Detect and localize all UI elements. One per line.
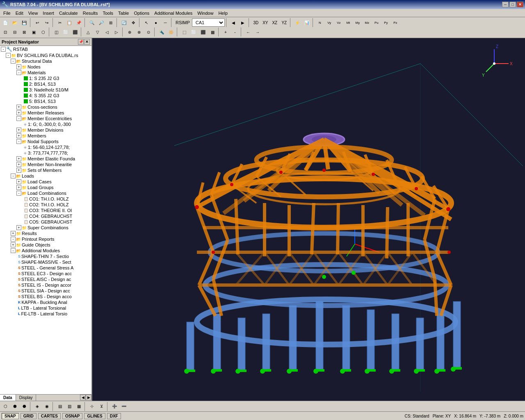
tree-sets-of-members[interactable]: + 📁 Sets of Members — [0, 167, 91, 173]
expand-cross[interactable]: + — [16, 105, 21, 110]
tb-node[interactable]: ● — [151, 18, 160, 27]
tree-member-elastic[interactable]: + 📁 Member Elastic Founda — [0, 156, 91, 162]
tb2-23[interactable]: - — [231, 27, 240, 37]
tree-co4[interactable]: 📋 CO4: GEBRAUCHST — [0, 213, 91, 219]
expand-printout[interactable]: - — [11, 237, 16, 242]
expand-eccentric[interactable]: - — [16, 116, 21, 121]
osnap-button[interactable]: OSNAP — [62, 413, 83, 419]
tree-cross-sections[interactable]: + 📁 Cross-sections — [0, 104, 91, 110]
tree-members[interactable]: + 📁 Members — [0, 133, 91, 139]
tb2-12[interactable]: ▷ — [112, 27, 121, 37]
tb2-2[interactable]: ⊟ — [10, 27, 19, 37]
tree-load-groups[interactable]: + 📁 Load Groups — [0, 185, 91, 190]
tb-zoom-all[interactable]: ⊞ — [106, 18, 115, 27]
tb2-21[interactable]: ▦ — [208, 27, 217, 37]
tree-steel-aisc[interactable]: S STEEL AISC - Design ac — [0, 276, 91, 282]
glines-button[interactable]: GLINES — [84, 413, 105, 419]
tb-prev[interactable]: ◀ — [229, 18, 238, 27]
tb2-25[interactable]: → — [253, 27, 262, 37]
tree-mat-3[interactable]: 3: Nadelholz S10/M — [0, 87, 91, 93]
tree-co3[interactable]: 📋 CO3: THEORIE II. OI — [0, 208, 91, 213]
tb-forces-pz[interactable]: Pz — [391, 18, 400, 27]
menu-results[interactable]: Results — [80, 10, 100, 16]
tree-kappa[interactable]: K KAPPA - Buckling Anal — [0, 299, 91, 305]
expand-nodes[interactable]: + — [16, 64, 21, 69]
btm-tb-8[interactable]: ▦ — [74, 402, 83, 411]
tree-shape-thin[interactable]: S SHAPE-THIN 7 - Sectio — [0, 253, 91, 259]
expand-nonlin[interactable]: + — [16, 162, 21, 167]
btm-tb-7[interactable]: ▥ — [65, 402, 74, 411]
expand-members[interactable]: + — [16, 133, 21, 138]
tb2-22[interactable]: + — [221, 27, 230, 37]
menu-options[interactable]: Options — [131, 10, 152, 16]
nav-back-button[interactable]: ◀ — [80, 395, 86, 400]
tb-zoom-in[interactable]: 🔍 — [87, 18, 96, 27]
tree-printout-reports[interactable]: - 📂 Printout Reports — [0, 236, 91, 242]
tree-mat-1[interactable]: 1: S 235 J2 G3 — [0, 75, 91, 81]
tab-display[interactable]: Display — [16, 395, 37, 401]
tb2-1[interactable]: ⊡ — [1, 27, 10, 37]
tb-forces-vy[interactable]: Vy — [325, 18, 334, 27]
tree-eccentric-1[interactable]: ◈ 1: G; 0,-300,0; 0,-300 — [0, 121, 91, 127]
expand-materials[interactable]: - — [16, 70, 21, 75]
tree-mat-4[interactable]: 4: S 355 J2 G3 — [0, 93, 91, 98]
tree-root-rstab[interactable]: - 🔧 RSTAB — [0, 46, 91, 52]
tree-shape-massive[interactable]: S SHAPE-MASSIVE - Sect — [0, 259, 91, 265]
expand-releases[interactable]: + — [16, 110, 21, 115]
rsimp-dropdown[interactable]: CA1 — [192, 18, 225, 27]
tb-forces-mz[interactable]: Mz — [363, 18, 372, 27]
menu-file[interactable]: File — [1, 10, 13, 16]
tree-guide-objects[interactable]: + 📁 Guide Objects — [0, 242, 91, 248]
menu-help[interactable]: Help — [216, 10, 230, 16]
expand-addmodules[interactable]: - — [11, 248, 16, 253]
tree-super-combinations[interactable]: + 📁 Super Combinations — [0, 225, 91, 231]
btm-tb-6[interactable]: ▤ — [55, 402, 64, 411]
tb-next[interactable]: ▶ — [238, 18, 247, 27]
menu-additional-modules[interactable]: Additional Modules — [152, 10, 195, 16]
tree-steel-bs[interactable]: S STEEL BS - Design acco — [0, 294, 91, 299]
tree-mat-2[interactable]: 2: BS14, S13 — [0, 81, 91, 87]
tb-copy[interactable]: 📋 — [65, 18, 74, 27]
expand-lcases[interactable]: + — [16, 179, 21, 184]
tree-steel-is[interactable]: S STEEL IS - Design accor — [0, 282, 91, 288]
menu-insert[interactable]: Insert — [40, 10, 57, 16]
viewport-3d[interactable]: X Y Z — [92, 38, 525, 401]
expand-lcombos[interactable]: - — [16, 191, 21, 196]
tree-steel-sia[interactable]: S STEEL SIA - Design acc — [0, 288, 91, 294]
tb2-3[interactable]: ⊠ — [20, 27, 29, 37]
tree-member-divisions[interactable]: + 📁 Member Divisions — [0, 127, 91, 133]
tree-additional-modules[interactable]: - 📂 Additional Modules — [0, 248, 91, 253]
tb2-7[interactable]: ⬜ — [61, 27, 70, 37]
tree-steel-general[interactable]: S STEEL - General Stress A — [0, 265, 91, 271]
expand-divisions[interactable]: + — [16, 128, 21, 132]
tb-results[interactable]: 📊 — [302, 18, 311, 27]
tree-ltb[interactable]: L LTB - Lateral Torsional — [0, 305, 91, 311]
tb2-15[interactable]: ⊙ — [144, 27, 153, 37]
expand-elastic[interactable]: + — [16, 156, 21, 161]
tb2-18[interactable]: ⬚ — [180, 27, 189, 37]
tb2-8[interactable]: ⬛ — [71, 27, 80, 37]
menu-tools[interactable]: Tools — [100, 10, 116, 16]
tb-forces-py[interactable]: Py — [381, 18, 390, 27]
tree-steel-ec3[interactable]: S STEEL EC3 - Design acc — [0, 271, 91, 276]
tb-calc[interactable]: ⚡ — [293, 18, 302, 27]
tb2-6[interactable]: ◫ — [52, 27, 61, 37]
tb-cut[interactable]: ✂ — [55, 18, 64, 27]
btm-tb-2[interactable]: ⬢ — [10, 402, 19, 411]
tb-forces-pu[interactable]: Pu — [372, 18, 381, 27]
tree-co1[interactable]: 📋 CO1: TH.I.O. HOLZ — [0, 196, 91, 202]
tb-forces-n[interactable]: N — [315, 18, 324, 27]
tree-materials[interactable]: - 📂 Materials — [0, 70, 91, 75]
btm-tb-5[interactable]: ◉ — [42, 402, 51, 411]
tree-member-eccentricities[interactable]: - 📂 Member Eccentricities — [0, 116, 91, 121]
tree-nodal-1[interactable]: ◈ 1: 56-60,124-127,78; — [0, 144, 91, 150]
tree-load-cases[interactable]: + 📁 Load Cases — [0, 179, 91, 185]
tb-forces-mt[interactable]: Mt — [344, 18, 353, 27]
btm-tb-4[interactable]: ◈ — [33, 402, 42, 411]
menu-view[interactable]: View — [26, 10, 41, 16]
tree-mat-5[interactable]: 5: BS14, S13 — [0, 98, 91, 104]
tb2-4[interactable]: ▣ — [29, 27, 38, 37]
snap-button[interactable]: SNAP — [2, 413, 19, 419]
menu-table[interactable]: Table — [116, 10, 131, 16]
minimize-button[interactable]: ─ — [502, 2, 509, 7]
